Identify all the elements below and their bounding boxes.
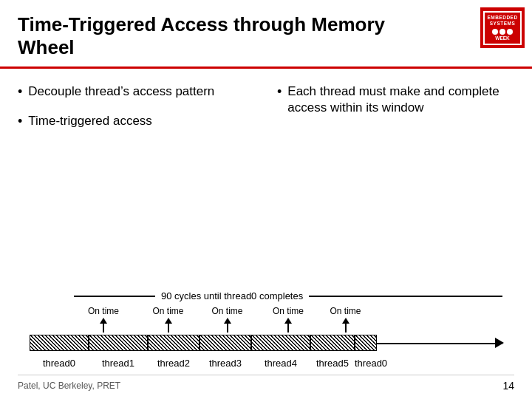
- logo-circle-3: [507, 29, 513, 35]
- right-column: • Each thread must make and complete acc…: [277, 83, 514, 142]
- thread-label-text-6: thread0: [355, 358, 387, 369]
- thread-block-4: [251, 335, 310, 351]
- arrow-line-2: [168, 324, 169, 332]
- arrow-head-4: [284, 318, 292, 324]
- on-time-item-1: On time: [74, 306, 133, 332]
- logo-text-embedded: EMBEDDED: [487, 15, 517, 20]
- thread-label-text-0: thread0: [43, 358, 75, 369]
- thread-label-text-5: thread5: [316, 358, 349, 369]
- on-time-item-2: On time: [140, 306, 196, 332]
- footer: Patel, UC Berkeley, PRET 14: [18, 375, 514, 392]
- on-time-label-2: On time: [152, 306, 183, 316]
- thread-label-text-4: thread4: [265, 358, 297, 369]
- bullet-text-1: Decouple thread’s access pattern: [28, 83, 214, 100]
- bullet-text-2: Time-triggered access: [28, 113, 152, 129]
- logo-text-week: WEEK: [495, 35, 510, 41]
- on-time-label-4: On time: [273, 306, 304, 316]
- bullet-1: • Decouple thread’s access pattern: [18, 83, 255, 100]
- thread-block-2: [148, 335, 200, 351]
- thread-block-1: [89, 335, 148, 351]
- thread-label-0: thread0: [30, 356, 89, 369]
- cycles-line-left: [74, 296, 155, 297]
- footer-page-number: 14: [502, 380, 514, 392]
- timeline-diagram: 90 cycles until thread0 completes On tim…: [0, 290, 532, 369]
- logo-decoration: [492, 29, 513, 35]
- thread-label-3: thread3: [200, 356, 251, 369]
- left-column: • Decouple thread’s access pattern • Tim…: [18, 83, 255, 142]
- header: Time-Triggered Access through Memory Whe…: [0, 0, 532, 69]
- arrow-line-5: [345, 324, 347, 332]
- cycles-line-right: [309, 296, 502, 297]
- arrow-line-4: [287, 324, 289, 332]
- on-time-arrow-2: [165, 318, 172, 332]
- arrow-line-3: [227, 324, 228, 332]
- on-time-item-4: On time: [259, 306, 318, 332]
- thread-block-6: [355, 335, 377, 351]
- thread-label-text-1: thread1: [102, 358, 134, 369]
- arrow-head-3: [224, 318, 231, 324]
- on-time-item-3: On time: [200, 306, 255, 332]
- arrow-head-5: [342, 318, 349, 324]
- on-time-arrow-5: [342, 318, 349, 332]
- footer-attribution: Patel, UC Berkeley, PRET: [18, 381, 120, 391]
- title-line2: Wheel: [18, 36, 75, 58]
- on-time-label-5: On time: [330, 306, 361, 316]
- bullet-marker-2: •: [18, 113, 22, 130]
- arrow-head-1: [100, 318, 107, 324]
- logo-text-systems: SYSTEMS: [490, 21, 516, 26]
- page-title: Time-Triggered Access through Memory Whe…: [18, 13, 480, 59]
- slide: Time-Triggered Access through Memory Whe…: [0, 0, 532, 399]
- esweek-logo: EMBEDDED SYSTEMS WEEK: [480, 7, 525, 48]
- bullet-2: • Time-triggered access: [18, 113, 255, 130]
- thread-label-1: thread1: [89, 356, 148, 369]
- timeline-arrow: [495, 338, 504, 348]
- thread-label-text-2: thread2: [157, 358, 190, 369]
- title-line1: Time-Triggered Access through Memory: [18, 13, 385, 35]
- on-time-label-1: On time: [88, 306, 119, 316]
- cycles-annotation: 90 cycles until thread0 completes: [15, 290, 517, 301]
- logo-circle-2: [499, 29, 505, 35]
- thread-blocks-container: [30, 335, 495, 351]
- content-area: • Decouple thread’s access pattern • Tim…: [0, 69, 532, 149]
- thread-label-6: thread0: [355, 356, 377, 369]
- timeline-track: [30, 332, 502, 353]
- thread-block-5: [310, 335, 355, 351]
- thread-label-4: thread4: [251, 356, 310, 369]
- thread-block-3: [200, 335, 251, 351]
- on-time-label-3: On time: [211, 306, 242, 316]
- on-time-arrow-3: [224, 318, 231, 332]
- on-time-arrow-1: [100, 318, 107, 332]
- on-time-arrow-4: [284, 318, 292, 332]
- logo-circle-1: [492, 29, 498, 35]
- bullet-marker-1: •: [18, 83, 22, 100]
- thread-label-text-3: thread3: [209, 358, 242, 369]
- thread-label-5: thread5: [310, 356, 355, 369]
- bullet-3: • Each thread must make and complete acc…: [277, 83, 514, 116]
- cycles-label-text: 90 cycles until thread0 completes: [155, 290, 309, 301]
- thread-labels-row: thread0 thread1 thread2 thread3 thread4 …: [15, 356, 517, 369]
- bullet-text-3: Each thread must make and complete acces…: [287, 83, 514, 116]
- on-time-arrows-row: On time On time On time: [15, 306, 517, 332]
- thread-block-0: [30, 335, 89, 351]
- bullet-marker-3: •: [277, 83, 282, 100]
- arrow-line-1: [103, 324, 104, 332]
- arrow-head-2: [165, 318, 172, 324]
- thread-label-2: thread2: [148, 356, 200, 369]
- on-time-item-5: On time: [318, 306, 373, 332]
